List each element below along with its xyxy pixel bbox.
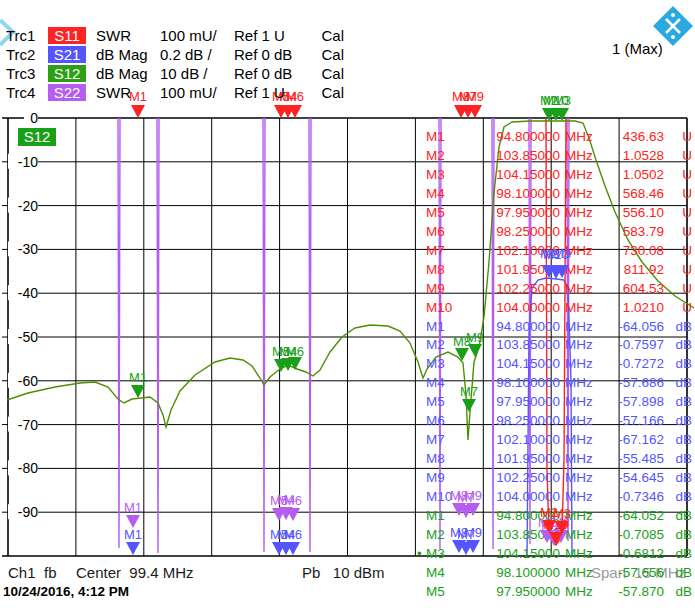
marker-value-unit: U (664, 222, 692, 241)
marker-frequency-unit: MHz (560, 241, 603, 260)
marker-value: -67.162 (603, 430, 664, 449)
marker-frequency-unit: MHz (560, 298, 603, 317)
marker-value-unit: dB (664, 582, 692, 601)
marker-frequency: 102.25000 (462, 468, 560, 487)
marker-value: 604.53 (603, 279, 664, 298)
vna-screen: 0-10-20-30-40-50-60-70-80-90 Trc1S11SWR1… (0, 0, 695, 613)
marker-value: -0.7272 (603, 354, 664, 373)
port-power-label[interactable]: Pb 10 dBm (302, 564, 385, 581)
marker-name: M7 (426, 241, 462, 260)
marker-frequency: 94.800000 (462, 127, 560, 146)
marker-table-row: M194.800000MHz-64.056dB (426, 317, 692, 336)
marker-frequency: 94.800000 (462, 317, 560, 336)
marker-frequency: 97.950000 (462, 203, 560, 222)
marker-value-unit: U (664, 184, 692, 203)
y-axis-tick-label: 0 (30, 110, 38, 126)
marker-value-unit: U (664, 127, 692, 146)
marker-table-row: M7102.10000MHz-67.162dB (426, 430, 692, 449)
marker-value: -55.485 (603, 449, 664, 468)
marker-frequency: 103.85000 (462, 146, 560, 165)
y-axis-tick-label: -90 (18, 504, 38, 520)
marker-table-row: M597.950000MHz-57.870dB (426, 582, 692, 601)
marker-table-row: M194.800000MHz436.63U (426, 127, 692, 146)
marker-frequency-unit: MHz (560, 184, 603, 203)
marker-name: M1 (426, 506, 462, 525)
marker-name: M1 (426, 127, 462, 146)
trace-legend-row-trc4[interactable]: Trc4S22SWR100 mU/Ref 1 UCal (6, 83, 344, 102)
marker-table-row: M194.800000MHz-64.052dB (426, 506, 692, 525)
sparam-badge[interactable]: S22 (48, 84, 86, 101)
trace-cal-flag: Cal (304, 84, 344, 101)
marker-value: -57.166 (603, 411, 664, 430)
marker-name: M7 (426, 430, 462, 449)
marker-value: 1.0502 (603, 165, 664, 184)
marker-frequency: 104.15000 (462, 354, 560, 373)
y-axis-tick-label: -10 (18, 154, 38, 170)
trace-purple[interactable] (263, 118, 265, 552)
active-trace-badge[interactable]: S12 (18, 128, 56, 146)
marker-frequency: 103.85000 (462, 335, 560, 354)
marker-frequency: 104.15000 (462, 544, 560, 563)
trace-cal-flag: Cal (304, 65, 344, 82)
marker-value-unit: dB (664, 317, 692, 336)
marker-name: M4 (426, 373, 462, 392)
marker-frequency: 97.950000 (462, 582, 560, 601)
marker-value-unit: dB (664, 563, 692, 582)
marker-name: M4 (426, 563, 462, 582)
center-frequency-label[interactable]: Center 99.4 MHz (76, 564, 194, 581)
marker-value: 568.46 (603, 184, 664, 203)
marker-frequency-unit: MHz (560, 260, 603, 279)
trace-purple[interactable] (157, 118, 159, 553)
marker-value: -64.052 (603, 506, 664, 525)
marker-value: -64.056 (603, 317, 664, 336)
marker-table-row: M10104.00000MHz1.0210U (426, 298, 692, 317)
marker-frequency-unit: MHz (560, 430, 603, 449)
marker-value: 730.08 (603, 241, 664, 260)
marker-value: -54.645 (603, 468, 664, 487)
marker-frequency-unit: MHz (560, 411, 603, 430)
marker-value: -57.656 (603, 563, 664, 582)
marker-value: -57.898 (603, 392, 664, 411)
trace-ref: Ref 0 dB (234, 65, 304, 82)
marker-table-row: M698.250000MHz-57.166dB (426, 411, 692, 430)
y-axis-tick-label: -50 (18, 329, 38, 345)
marker-value-unit: U (664, 146, 692, 165)
rs-logo-icon (0, 0, 695, 60)
marker-frequency-unit: MHz (560, 203, 603, 222)
marker-value-unit: U (664, 279, 692, 298)
trace-scale: 100 mU/ (160, 84, 234, 101)
marker-frequency-unit: MHz (560, 373, 603, 392)
trace-purple[interactable] (309, 118, 311, 552)
marker-value: -0.7346 (603, 487, 664, 506)
marker-value-unit: dB (664, 525, 692, 544)
y-axis-tick-label: -40 (18, 285, 38, 301)
marker-table-row: M10104.00000MHz-0.7346dB (426, 487, 692, 506)
marker-frequency-unit: MHz (560, 279, 603, 298)
marker-frequency: 94.800000 (462, 506, 560, 525)
marker-name: M6 (426, 222, 462, 241)
marker-table-row: M2103.85000MHz-0.7085dB (426, 525, 692, 544)
marker-name: M2 (426, 525, 462, 544)
marker-frequency-unit: MHz (560, 582, 603, 601)
trace-format: SWR (96, 84, 160, 101)
marker-frequency: 98.250000 (462, 222, 560, 241)
marker-value: 583.79 (603, 222, 664, 241)
marker-table-row: M7102.10000MHz730.08U (426, 241, 692, 260)
marker-frequency-unit: MHz (560, 563, 603, 582)
sparam-badge[interactable]: S12 (48, 65, 86, 82)
marker-name: M5 (426, 582, 462, 601)
y-axis-tick-label: -70 (18, 417, 38, 433)
marker-name: M2 (426, 146, 462, 165)
marker-frequency-unit: MHz (560, 335, 603, 354)
marker-frequency: 101.95000 (462, 449, 560, 468)
marker-value: 556.10 (603, 203, 664, 222)
trace-legend-row-trc3[interactable]: Trc3S12dB Mag10 dB /Ref 0 dBCal (6, 64, 344, 83)
marker-name: M3 (426, 544, 462, 563)
trace-purple[interactable] (118, 118, 120, 548)
marker-value-unit: U (664, 165, 692, 184)
trace-ref: Ref 1 U (234, 84, 304, 101)
marker-value: 1.0528 (603, 146, 664, 165)
marker-name: M4 (426, 184, 462, 203)
marker-table-row: M498.100000MHz-57.686dB (426, 373, 692, 392)
marker-name: M8 (426, 260, 462, 279)
